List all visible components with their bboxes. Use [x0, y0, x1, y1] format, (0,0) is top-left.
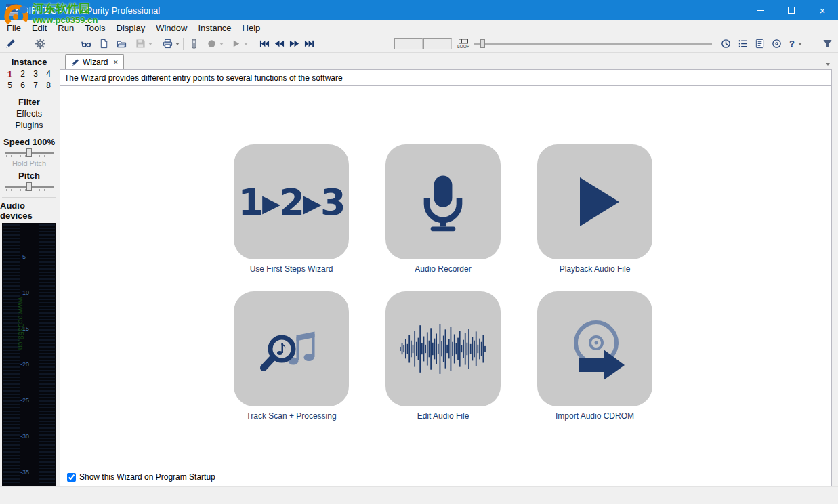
- instance-button-8[interactable]: 8: [43, 80, 55, 91]
- print-dropdown-chevron[interactable]: [175, 43, 180, 45]
- play-button[interactable]: [229, 37, 243, 51]
- menu-instance[interactable]: Instance: [192, 22, 236, 35]
- pencil-icon: [71, 58, 79, 66]
- tab-wizard[interactable]: Wizard ×: [65, 54, 124, 69]
- instance-button-6[interactable]: 6: [17, 80, 29, 91]
- media-cartridge-button[interactable]: [187, 37, 201, 51]
- sidebar: Instance 1 2 3 4 5 6 7 8 Filter Effects …: [0, 53, 58, 486]
- instance-button-5[interactable]: 5: [4, 80, 16, 91]
- history-clock-button[interactable]: [719, 37, 732, 51]
- status-bar: [0, 486, 838, 504]
- loop-button[interactable]: LOOP: [457, 39, 469, 49]
- open-folder-button[interactable]: [114, 37, 128, 51]
- tab-bar: Wizard ×: [60, 53, 832, 69]
- help-dropdown-chevron[interactable]: [798, 43, 802, 45]
- pencil-tool-button[interactable]: [3, 37, 17, 51]
- instance-selector: 1 2 3 4 5 6 7 8: [4, 68, 55, 91]
- minimize-button[interactable]: [745, 0, 776, 20]
- pitch-label: Pitch: [18, 171, 40, 181]
- startup-checkbox-row[interactable]: Show this Wizard on Program Startup: [67, 472, 215, 482]
- maximize-button[interactable]: [776, 0, 807, 20]
- title-bar: DIFITEC - WavePurity Professional ×: [0, 0, 838, 20]
- meter-tick: -35: [20, 469, 29, 476]
- meter-tick: -5: [20, 253, 26, 260]
- filter-funnel-button[interactable]: [820, 37, 834, 51]
- time-display-left[interactable]: [394, 38, 423, 49]
- startup-checkbox[interactable]: [67, 473, 76, 482]
- tab-overflow-chevron[interactable]: [826, 63, 830, 66]
- loop-icon: [459, 39, 468, 44]
- menu-display[interactable]: Display: [111, 22, 151, 35]
- instance-button-1[interactable]: 1: [4, 68, 16, 80]
- tab-close-icon[interactable]: ×: [113, 58, 118, 67]
- watermark-vertical-url: www.pc0359.cn: [17, 297, 25, 350]
- position-slider-thumb[interactable]: [480, 39, 485, 48]
- burn-cd-button[interactable]: [770, 37, 783, 51]
- playlist-button[interactable]: [736, 37, 749, 51]
- hold-pitch-option[interactable]: Hold Pitch: [12, 159, 46, 167]
- level-meter-left: [3, 224, 20, 485]
- print-button[interactable]: [161, 37, 174, 51]
- audio-level-meters: -5 -10 -15 -20 -25 -30 -35 www.pc0359.cn: [2, 223, 56, 486]
- menu-edit[interactable]: Edit: [26, 22, 52, 35]
- steps-123-icon: 1▸2▸3: [238, 181, 345, 224]
- loop-label: LOOP: [457, 44, 469, 49]
- help-button[interactable]: ?: [787, 39, 797, 49]
- pitch-slider-thumb[interactable]: [26, 182, 32, 191]
- instance-button-4[interactable]: 4: [43, 68, 55, 80]
- skip-start-button[interactable]: [257, 37, 271, 51]
- settings-gear-button[interactable]: [33, 37, 47, 51]
- view-glasses-button[interactable]: [79, 37, 93, 51]
- menu-tools[interactable]: Tools: [79, 22, 110, 35]
- window-controls: ×: [745, 0, 838, 20]
- sidebar-item-filter[interactable]: Filter: [18, 97, 40, 107]
- play-dropdown-chevron[interactable]: [244, 43, 248, 45]
- wizard-info-text: The Wizard provides different entry poin…: [64, 73, 343, 83]
- audio-devices-header: Audio devices: [0, 201, 58, 221]
- meter-tick: -10: [20, 289, 29, 296]
- sidebar-divider: [2, 197, 56, 198]
- tile-label-import-cdrom: Import Audio CDROM: [519, 411, 671, 421]
- tile-import-audio-cdrom[interactable]: [537, 291, 652, 406]
- instance-button-2[interactable]: 2: [17, 68, 29, 80]
- tile-audio-recorder[interactable]: [385, 144, 501, 259]
- new-document-button[interactable]: [97, 37, 110, 51]
- speed-label: Speed 100%: [3, 137, 55, 147]
- meter-tick: -20: [20, 361, 29, 368]
- skip-end-button[interactable]: [302, 37, 316, 51]
- instance-button-3[interactable]: 3: [30, 68, 42, 80]
- menu-window[interactable]: Window: [150, 22, 192, 35]
- pitch-slider[interactable]: [3, 182, 55, 192]
- menu-file[interactable]: File: [1, 22, 26, 35]
- record-dropdown-chevron[interactable]: [219, 43, 224, 45]
- position-slider[interactable]: [474, 39, 712, 49]
- wizard-content: 1▸2▸3 Use First Steps Wizard Audio Recor…: [60, 86, 832, 486]
- tile-track-scan-processing[interactable]: [234, 291, 349, 406]
- tile-label-playback: Playback Audio File: [519, 264, 671, 274]
- fast-forward-button[interactable]: [287, 37, 301, 51]
- sidebar-item-plugins[interactable]: Plugins: [16, 121, 43, 130]
- tile-label-audio-recorder: Audio Recorder: [367, 264, 519, 274]
- tab-wizard-label: Wizard: [83, 58, 108, 67]
- window-title: DIFITEC - WavePurity Professional: [22, 5, 160, 16]
- menu-run[interactable]: Run: [52, 22, 79, 35]
- instance-button-7[interactable]: 7: [30, 80, 42, 91]
- instance-header: Instance: [12, 57, 47, 67]
- rewind-button[interactable]: [272, 37, 286, 51]
- speed-slider[interactable]: [3, 148, 55, 159]
- speed-slider-thumb[interactable]: [26, 148, 32, 157]
- save-button[interactable]: [133, 37, 147, 51]
- tile-playback-audio-file[interactable]: [537, 144, 652, 259]
- sidebar-item-effects[interactable]: Effects: [16, 109, 42, 119]
- main-area: Wizard × The Wizard provides different e…: [58, 53, 838, 486]
- time-display-right[interactable]: [423, 38, 452, 49]
- save-dropdown-chevron[interactable]: [148, 43, 152, 45]
- toolbar: LOOP ?: [0, 35, 838, 53]
- close-button[interactable]: ×: [807, 0, 838, 20]
- notes-button[interactable]: [753, 37, 766, 51]
- tile-label-track-scan: Track Scan + Processing: [215, 411, 367, 421]
- tile-edit-audio-file[interactable]: [385, 291, 501, 406]
- record-button[interactable]: [205, 37, 218, 51]
- tile-first-steps-wizard[interactable]: 1▸2▸3: [234, 144, 349, 259]
- menu-help[interactable]: Help: [237, 22, 266, 35]
